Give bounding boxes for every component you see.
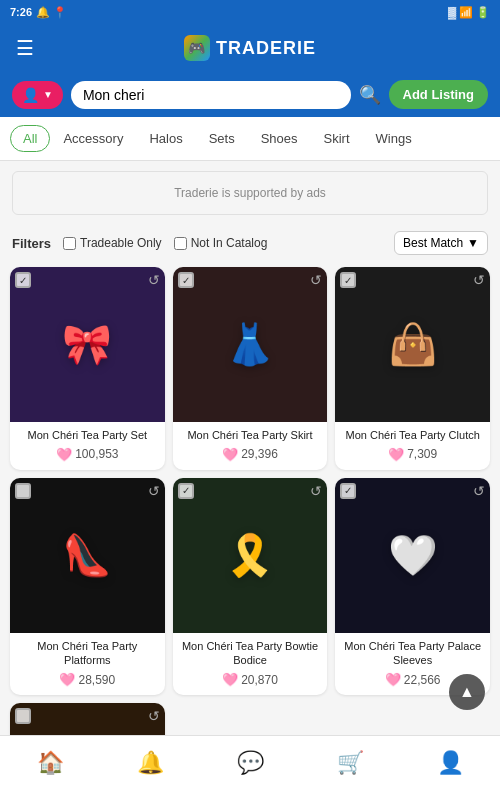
item-info: Mon Chéri Tea Party Platforms 🩷 28,590 <box>10 633 165 696</box>
search-input[interactable] <box>83 87 339 103</box>
item-info: Mon Chéri Tea Party Bowtie Bodice 🩷 20,8… <box>173 633 328 696</box>
cart-nav-icon: 🛒 <box>337 750 364 776</box>
item-favorite-icon[interactable]: ↺ <box>473 483 485 499</box>
item-checkbox[interactable] <box>15 708 31 724</box>
category-tab-sets[interactable]: Sets <box>196 125 248 152</box>
chat-nav[interactable]: 💬 <box>237 750 264 776</box>
item-card[interactable]: ↺ 🎀 Mon Chéri Tea Party Set 🩷 100,953 <box>10 267 165 470</box>
item-card[interactable]: ↺ 🤍 Mon Chéri Tea Party Palace Sleeves 🩷… <box>335 478 490 695</box>
item-favorite-icon[interactable]: ↺ <box>148 483 160 499</box>
robux-icon: 🩷 <box>56 447 72 462</box>
cart-nav[interactable]: 🛒 <box>337 750 364 776</box>
tradeable-only-checkbox[interactable] <box>63 237 76 250</box>
tradeable-only-filter[interactable]: Tradeable Only <box>63 236 162 250</box>
item-name: Mon Chéri Tea Party Bowtie Bodice <box>179 639 322 668</box>
item-favorite-icon[interactable]: ↺ <box>473 272 485 288</box>
item-info: Mon Chéri Tea Party Set 🩷 100,953 <box>10 422 165 470</box>
item-price: 🩷 29,396 <box>179 447 322 462</box>
main-content: Traderie is supported by ads Filters Tra… <box>0 171 500 800</box>
robux-icon: 🩷 <box>59 672 75 687</box>
item-image-container: ↺ 👠 <box>10 478 165 633</box>
ad-banner: Traderie is supported by ads <box>12 171 488 215</box>
category-tab-wings[interactable]: Wings <box>363 125 425 152</box>
add-listing-button[interactable]: Add Listing <box>389 80 489 109</box>
robux-icon: 🩷 <box>388 447 404 462</box>
item-image: 👗 <box>225 321 275 368</box>
item-price-value: 28,590 <box>78 673 115 687</box>
signal-icon: 📶 <box>459 6 473 19</box>
category-selector[interactable]: 👤 ▼ <box>12 81 63 109</box>
item-price: 🩷 28,590 <box>16 672 159 687</box>
item-price-value: 22,566 <box>404 673 441 687</box>
item-card[interactable]: ↺ 👜 Mon Chéri Tea Party Clutch 🩷 7,309 <box>335 267 490 470</box>
ad-text: Traderie is supported by ads <box>174 186 326 200</box>
item-name: Mon Chéri Tea Party Clutch <box>341 428 484 442</box>
item-image-container: ↺ 🎀 <box>10 267 165 422</box>
menu-button[interactable]: ☰ <box>16 36 34 60</box>
status-icons: 🔔 📍 <box>36 6 67 19</box>
not-in-catalog-checkbox[interactable] <box>174 237 187 250</box>
item-checkbox[interactable] <box>178 483 194 499</box>
not-in-catalog-filter[interactable]: Not In Catalog <box>174 236 268 250</box>
sort-select[interactable]: Best Match ▼ <box>394 231 488 255</box>
items-grid: ↺ 🎀 Mon Chéri Tea Party Set 🩷 100,953 ↺ … <box>0 261 500 800</box>
item-card[interactable]: ↺ 👠 Mon Chéri Tea Party Platforms 🩷 28,5… <box>10 478 165 695</box>
filters-row: Filters Tradeable Only Not In Catalog Be… <box>0 225 500 261</box>
robux-icon: 🩷 <box>222 672 238 687</box>
item-image: 🎗️ <box>225 532 275 579</box>
dropdown-arrow-icon: ▼ <box>43 89 53 100</box>
scroll-top-button[interactable]: ▲ <box>449 674 485 710</box>
item-price: 🩷 100,953 <box>16 447 159 462</box>
item-card[interactable]: ↺ 👗 Mon Chéri Tea Party Skirt 🩷 29,396 <box>173 267 328 470</box>
item-favorite-icon[interactable]: ↺ <box>148 708 160 724</box>
profile-nav[interactable]: 👤 <box>437 750 464 776</box>
search-bar: 👤 ▼ 🔍 Add Listing <box>0 72 500 117</box>
category-tab-skirt[interactable]: Skirt <box>311 125 363 152</box>
category-tab-shoes[interactable]: Shoes <box>248 125 311 152</box>
item-checkbox[interactable] <box>340 483 356 499</box>
wifi-icon: ▓ <box>448 6 456 18</box>
item-image-container: ↺ 🤍 <box>335 478 490 633</box>
bottom-nav: 🏠🔔💬🛒👤 <box>0 735 500 800</box>
item-name: Mon Chéri Tea Party Platforms <box>16 639 159 668</box>
battery-icon: 🔋 <box>476 6 490 19</box>
item-image-container: ↺ 👗 <box>173 267 328 422</box>
item-price-value: 7,309 <box>407 447 437 461</box>
header: ☰ 🎮 TRADERIE <box>0 24 500 72</box>
item-card[interactable]: ↺ 🎗️ Mon Chéri Tea Party Bowtie Bodice 🩷… <box>173 478 328 695</box>
item-checkbox[interactable] <box>178 272 194 288</box>
category-tab-all[interactable]: All <box>10 125 50 152</box>
item-image: 👠 <box>62 532 112 579</box>
profile-nav-icon: 👤 <box>437 750 464 776</box>
item-price: 🩷 7,309 <box>341 447 484 462</box>
item-checkbox[interactable] <box>15 483 31 499</box>
tradeable-only-label: Tradeable Only <box>80 236 162 250</box>
item-price-value: 100,953 <box>75 447 118 461</box>
status-left: 7:26 🔔 📍 <box>10 6 67 19</box>
category-tab-accessory[interactable]: Accessory <box>50 125 136 152</box>
item-favorite-icon[interactable]: ↺ <box>310 272 322 288</box>
item-price-value: 29,396 <box>241 447 278 461</box>
home-nav-icon: 🏠 <box>37 750 64 776</box>
item-image: 🎀 <box>62 321 112 368</box>
item-checkbox[interactable] <box>340 272 356 288</box>
item-name: Mon Chéri Tea Party Palace Sleeves <box>341 639 484 668</box>
logo-text: TRADERIE <box>216 38 316 59</box>
item-info: Mon Chéri Tea Party Skirt 🩷 29,396 <box>173 422 328 470</box>
robux-icon: 🩷 <box>385 672 401 687</box>
status-right: ▓ 📶 🔋 <box>448 6 490 19</box>
item-image-container: ↺ 🎗️ <box>173 478 328 633</box>
item-price: 🩷 20,870 <box>179 672 322 687</box>
item-favorite-icon[interactable]: ↺ <box>148 272 160 288</box>
category-tab-halos[interactable]: Halos <box>136 125 195 152</box>
item-checkbox[interactable] <box>15 272 31 288</box>
search-button[interactable]: 🔍 <box>359 84 381 106</box>
notifications-nav-icon: 🔔 <box>137 750 164 776</box>
home-nav[interactable]: 🏠 <box>37 750 64 776</box>
logo: 🎮 TRADERIE <box>184 35 316 61</box>
time: 7:26 <box>10 6 32 18</box>
notifications-nav[interactable]: 🔔 <box>137 750 164 776</box>
item-image: 🤍 <box>388 532 438 579</box>
status-bar: 7:26 🔔 📍 ▓ 📶 🔋 <box>0 0 500 24</box>
item-favorite-icon[interactable]: ↺ <box>310 483 322 499</box>
